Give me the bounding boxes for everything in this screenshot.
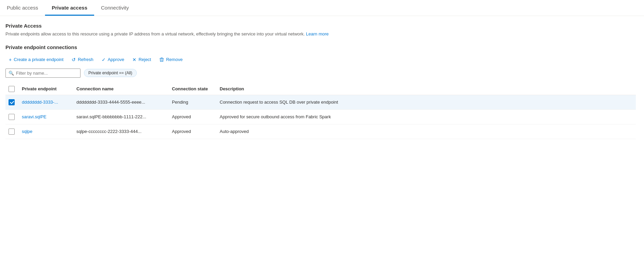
filter-bar: 🔍 Private endpoint == (All) xyxy=(5,69,636,78)
section-description: Private endpoints allow access to this r… xyxy=(5,31,636,38)
trash-icon xyxy=(159,57,164,62)
section-desc-text: Private endpoints allow access to this r… xyxy=(5,31,305,36)
header-connection-state: Connection state xyxy=(169,83,217,95)
reject-label: Reject xyxy=(138,57,151,62)
row-checkbox-0[interactable] xyxy=(9,99,15,105)
tab-connectivity[interactable]: Connectivity xyxy=(94,0,136,16)
cell-private-endpoint: dddddddd-3333-... xyxy=(19,95,74,109)
remove-label: Remove xyxy=(166,57,182,62)
table-row: saravi.sqlPEsaravi.sqlPE-bbbbbbbb-1111-2… xyxy=(5,109,636,124)
approve-button[interactable]: ✓ Approve xyxy=(98,55,128,64)
header-description: Description xyxy=(217,83,636,95)
header-connection-name: Connection name xyxy=(74,83,169,95)
cell-connection-name: saravi.sqlPE-bbbbbbbb-1111-222... xyxy=(74,109,169,124)
main-content: Private Access Private endpoints allow a… xyxy=(0,16,644,146)
svg-rect-0 xyxy=(160,58,164,59)
tab-bar: Public access Private access Connectivit… xyxy=(0,0,644,16)
search-box[interactable]: 🔍 xyxy=(5,69,80,78)
cell-connection-name: sqlpe-cccccccc-2222-3333-444... xyxy=(74,124,169,139)
header-checkbox-col xyxy=(5,83,19,95)
tab-public-access[interactable]: Public access xyxy=(5,0,45,16)
cell-connection-name: dddddddd-3333-4444-5555-eeee... xyxy=(74,95,169,109)
header-private-endpoint: Private endpoint xyxy=(19,83,74,95)
table-row: sqlpesqlpe-cccccccc-2222-3333-444...Appr… xyxy=(5,124,636,139)
cell-description: Approved for secure outbound access from… xyxy=(217,109,636,124)
refresh-icon: ↺ xyxy=(72,57,76,62)
cell-description: Auto-approved xyxy=(217,124,636,139)
row-checkbox-1[interactable] xyxy=(9,114,15,120)
svg-rect-1 xyxy=(161,58,163,58)
approve-label: Approve xyxy=(108,57,124,62)
endpoint-link-1[interactable]: saravi.sqlPE xyxy=(22,114,46,119)
cell-private-endpoint: sqlpe xyxy=(19,124,74,139)
cell-private-endpoint: saravi.sqlPE xyxy=(19,109,74,124)
reject-button[interactable]: ✕ Reject xyxy=(129,55,155,64)
remove-button[interactable]: Remove xyxy=(156,55,186,64)
learn-more-link[interactable]: Learn more xyxy=(306,31,328,36)
table-header-row: Private endpoint Connection name Connect… xyxy=(5,83,636,95)
endpoint-link-2[interactable]: sqlpe xyxy=(22,129,32,134)
toolbar: + Create a private endpoint ↺ Refresh ✓ … xyxy=(5,55,636,64)
section-title: Private Access xyxy=(5,23,636,29)
checkmark-icon: ✓ xyxy=(102,57,106,62)
table-container: Private endpoint Connection name Connect… xyxy=(5,83,636,139)
tab-private-access[interactable]: Private access xyxy=(45,0,94,16)
select-all-checkbox[interactable] xyxy=(9,86,15,92)
cell-connection-state: Approved xyxy=(169,109,217,124)
endpoints-table: Private endpoint Connection name Connect… xyxy=(5,83,636,139)
cell-connection-state: Approved xyxy=(169,124,217,139)
endpoint-link-0[interactable]: dddddddd-3333-... xyxy=(22,100,58,105)
cell-description: Connection request to access SQL DB over… xyxy=(217,95,636,109)
refresh-button[interactable]: ↺ Refresh xyxy=(68,55,97,64)
filter-pill[interactable]: Private endpoint == (All) xyxy=(84,69,137,77)
subsection-title: Private endpoint connections xyxy=(5,44,636,50)
x-icon: ✕ xyxy=(132,57,136,62)
refresh-label: Refresh xyxy=(78,57,93,62)
search-input[interactable] xyxy=(16,71,77,76)
row-checkbox-2[interactable] xyxy=(9,129,15,135)
cell-connection-state: Pending xyxy=(169,95,217,109)
table-row: dddddddd-3333-...dddddddd-3333-4444-5555… xyxy=(5,95,636,109)
search-icon: 🔍 xyxy=(9,71,14,76)
create-label: Create a private endpoint xyxy=(14,57,63,62)
plus-icon: + xyxy=(9,57,12,62)
create-endpoint-button[interactable]: + Create a private endpoint xyxy=(5,55,67,64)
